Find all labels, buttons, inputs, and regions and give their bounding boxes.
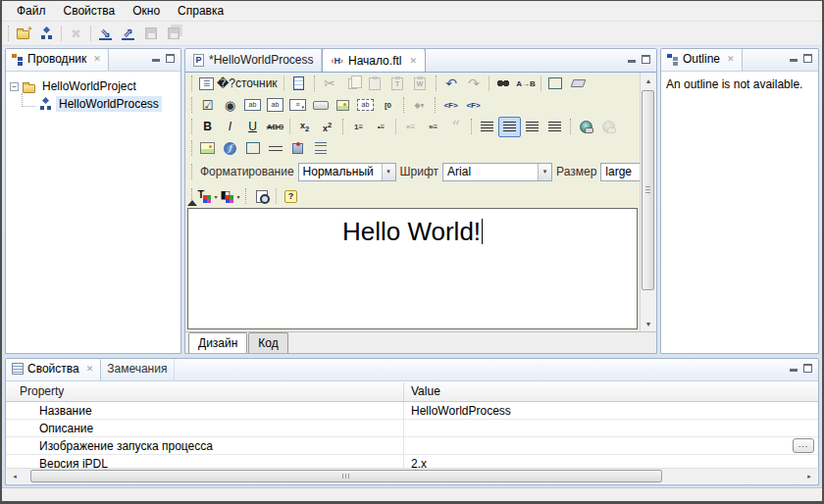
property-value[interactable]: HelloWorldProcess	[403, 402, 818, 419]
tab-explorer[interactable]: Проводник ✕	[6, 48, 109, 71]
insert-image-button[interactable]	[196, 138, 219, 159]
tab-nachalo-ftl[interactable]: ‹H› Начало.ftl ✕	[322, 48, 426, 72]
format-select[interactable]: Нормальный ▾	[298, 163, 396, 181]
checkbox-button[interactable]: ☑	[196, 95, 219, 116]
table-row[interactable]: Версия jPDL 2.x	[6, 455, 818, 468]
tab-helloworldprocess[interactable]: P *HelloWorldProcess	[185, 48, 322, 72]
align-right-button[interactable]	[521, 117, 543, 137]
attachment-button[interactable]: [0	[377, 95, 399, 116]
table-row[interactable]: Изображение запуска процесса ...	[6, 437, 818, 455]
chevron-down-icon[interactable]: ▾	[538, 164, 551, 180]
horizontal-scroll-thumb[interactable]	[30, 470, 662, 482]
property-value[interactable]: 2.x	[403, 455, 818, 468]
font-select[interactable]: Arial ▾	[442, 163, 552, 181]
toolbar-separator	[61, 25, 62, 41]
special-character-button[interactable]	[286, 138, 309, 159]
bulleted-list-button[interactable]: •≡	[370, 117, 392, 137]
minimize-outline-icon[interactable]	[790, 52, 798, 66]
source-button[interactable]: ☰�?сточник	[196, 74, 281, 94]
close-properties-icon[interactable]: ✕	[86, 364, 94, 374]
import-button[interactable]: ⇘	[94, 24, 117, 44]
tree-item-process[interactable]: HelloWorldProcess	[10, 95, 179, 113]
maximize-outline-icon[interactable]	[803, 52, 812, 66]
subscript-button[interactable]: x2	[293, 117, 316, 137]
select-field-button[interactable]: ≡	[286, 95, 309, 116]
background-color-button[interactable]: ◧▾	[219, 186, 241, 207]
text-color-button[interactable]: T▾	[196, 186, 219, 207]
maximize-explorer-icon[interactable]	[166, 52, 175, 66]
browse-button[interactable]: ...	[793, 438, 814, 453]
table-row[interactable]: Название HelloWorldProcess	[6, 402, 818, 420]
radio-button[interactable]: ◉	[219, 95, 241, 116]
replace-button[interactable]: A→B	[515, 74, 538, 94]
align-center-button[interactable]	[498, 117, 521, 137]
hidden-field-button[interactable]: ab	[354, 95, 377, 116]
collapse-icon[interactable]: −	[10, 82, 19, 91]
tree-item-project[interactable]: − HelloWorldProject	[10, 77, 179, 95]
numbered-list-button[interactable]: 1≡	[347, 117, 370, 137]
vertical-scroll-thumb[interactable]	[642, 90, 654, 290]
menu-help[interactable]: Справка	[169, 2, 232, 20]
strikethrough-button[interactable]: ABC	[264, 117, 286, 137]
select-all-button[interactable]	[544, 74, 567, 94]
insert-flash-button[interactable]: ƒ	[219, 138, 241, 159]
insert-table-button[interactable]	[241, 138, 264, 159]
size-select[interactable]: large	[600, 163, 640, 181]
property-value[interactable]	[403, 420, 818, 436]
undo-button[interactable]: ↶	[440, 74, 463, 94]
new-project-button[interactable]: ✦	[13, 24, 35, 44]
tab-remarks[interactable]: Замечания	[101, 358, 175, 380]
new-page-button[interactable]	[287, 74, 310, 94]
column-property[interactable]: Property	[6, 382, 403, 401]
superscript-button[interactable]: x2	[316, 117, 338, 137]
about-button[interactable]: ?	[280, 186, 302, 207]
italic-button[interactable]: I	[219, 117, 241, 137]
tab-properties[interactable]: Свойства ✕	[6, 358, 101, 380]
chevron-down-icon[interactable]: ▾	[382, 164, 395, 180]
ftl-expression-button[interactable]: <F>	[462, 95, 485, 116]
editor-canvas[interactable]: Hello World!	[187, 208, 638, 329]
scroll-up-icon[interactable]: ▲	[641, 73, 656, 88]
textarea-button[interactable]: ab	[264, 95, 286, 116]
close-explorer-icon[interactable]: ✕	[93, 54, 101, 64]
collapse-toolbar-icon[interactable]	[187, 200, 197, 206]
new-process-button[interactable]	[35, 24, 58, 44]
align-left-button[interactable]	[476, 117, 498, 137]
increase-indent-button[interactable]: »≡	[422, 117, 444, 137]
menu-window[interactable]: Окно	[124, 2, 169, 20]
minimize-properties-icon[interactable]	[790, 362, 798, 376]
bold-button[interactable]: B	[196, 117, 219, 137]
tab-outline[interactable]: Outline ✕	[661, 48, 743, 71]
minimize-editor-icon[interactable]	[628, 53, 636, 67]
column-value[interactable]: Value	[403, 382, 818, 401]
document-text[interactable]: Hello World!	[188, 217, 637, 247]
scroll-right-icon[interactable]: ▸	[801, 469, 817, 483]
horizontal-rule-button[interactable]	[264, 138, 286, 159]
scroll-down-icon[interactable]: ▼	[641, 316, 656, 331]
close-outline-icon[interactable]: ✕	[727, 54, 735, 64]
minimize-explorer-icon[interactable]	[152, 52, 160, 66]
maximize-editor-icon[interactable]	[642, 53, 650, 67]
tab-code[interactable]: Код	[248, 332, 287, 353]
toolbar-drag-handle[interactable]	[8, 25, 9, 41]
table-row[interactable]: Описание	[6, 420, 818, 437]
find-button[interactable]	[492, 74, 515, 94]
scroll-left-icon[interactable]: ◂	[7, 469, 23, 483]
close-tab-icon[interactable]: ✕	[409, 56, 417, 66]
image-button-button[interactable]	[332, 95, 354, 116]
underline-button[interactable]: U	[241, 117, 264, 137]
page-break-button[interactable]	[309, 138, 332, 159]
menu-file[interactable]: Файл	[8, 2, 55, 20]
property-value[interactable]	[403, 437, 818, 454]
remove-format-button[interactable]	[567, 74, 590, 94]
menu-properties[interactable]: Свойства	[55, 2, 125, 20]
preview-button[interactable]	[250, 186, 273, 207]
maximize-properties-icon[interactable]	[803, 362, 812, 376]
text-field-button[interactable]: ab	[241, 95, 264, 116]
ftl-tag-button[interactable]: <F>	[439, 95, 462, 116]
export-button[interactable]: ⇗	[117, 24, 139, 44]
tab-design[interactable]: Дизайн	[188, 332, 247, 353]
button-field-button[interactable]	[309, 95, 332, 116]
justify-button[interactable]	[543, 117, 566, 137]
insert-link-button[interactable]	[575, 117, 597, 137]
